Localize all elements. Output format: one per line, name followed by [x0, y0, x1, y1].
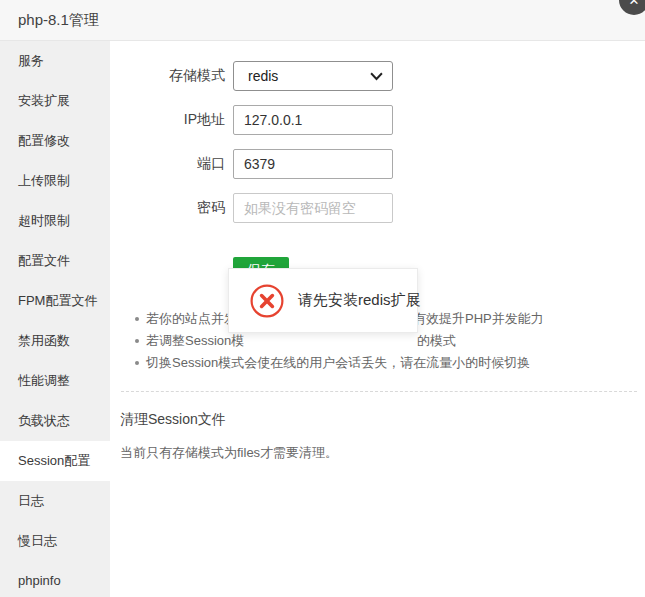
sidebar-item-phpinfo[interactable]: phpinfo: [0, 561, 110, 597]
sidebar-item-config-edit[interactable]: 配置修改: [0, 121, 110, 161]
note-text-right: 有效提升PHP并发能力: [413, 308, 544, 330]
ip-field[interactable]: [233, 105, 393, 135]
note-text-left: 若你的站点并发: [146, 311, 237, 326]
chevron-down-icon: [370, 72, 383, 81]
sidebar-item-install-extensions[interactable]: 安装扩展: [0, 81, 110, 121]
sidebar-item-disabled-functions[interactable]: 禁用函数: [0, 321, 110, 361]
port-label: 端口: [110, 155, 225, 173]
sidebar-item-load-status[interactable]: 负载状态: [0, 401, 110, 441]
error-toast-message: 请先安装redis扩展: [298, 291, 421, 310]
note-revert-mode: 若调整Session模 的模式: [110, 330, 645, 352]
close-icon: ✕: [629, 0, 640, 8]
storage-mode-label: 存储模式: [110, 67, 225, 85]
note-text-right: 的模式: [417, 330, 456, 352]
note-text-left: 若调整Session模: [146, 333, 244, 348]
sidebar-item-services[interactable]: 服务: [0, 41, 110, 81]
sidebar-item-slow-log[interactable]: 慢日志: [0, 521, 110, 561]
sidebar-item-timeout-limit[interactable]: 超时限制: [0, 201, 110, 241]
ip-row: IP地址: [110, 105, 645, 135]
password-field[interactable]: [233, 193, 393, 223]
note-text-left: 切换Session模式会使在线的用户会话丢失，请在流量小的时候切换: [146, 355, 530, 370]
dashed-divider: [121, 391, 637, 392]
port-row: 端口: [110, 149, 645, 179]
php-manager-window: php-8.1管理 ✕ 服务 安装扩展 配置修改 上传限制 超时限制 配置文件 …: [0, 0, 645, 597]
storage-mode-row: 存储模式 redis: [110, 61, 645, 91]
ip-label: IP地址: [110, 111, 225, 129]
sidebar-item-log[interactable]: 日志: [0, 481, 110, 521]
sidebar-item-fpm-config-file[interactable]: FPM配置文件: [0, 281, 110, 321]
cleanup-section-title: 清理Session文件: [120, 411, 645, 429]
cleanup-description: 当前只有存储模式为files才需要清理。: [120, 444, 645, 462]
sidebar-item-session-config[interactable]: Session配置: [0, 441, 110, 481]
sidebar-item-upload-limit[interactable]: 上传限制: [0, 161, 110, 201]
sidebar-item-config-file[interactable]: 配置文件: [0, 241, 110, 281]
error-toast: 请先安装redis扩展: [228, 268, 418, 333]
port-field[interactable]: [233, 149, 393, 179]
storage-mode-value: redis: [248, 68, 370, 84]
password-row: 密码: [110, 193, 645, 223]
error-circle-x-icon: [250, 284, 284, 318]
page-title: php-8.1管理: [18, 11, 99, 30]
storage-mode-select[interactable]: redis: [233, 61, 393, 91]
note-switch-warning: 切换Session模式会使在线的用户会话丢失，请在流量小的时候切换: [110, 352, 645, 374]
sidebar-item-performance-tuning[interactable]: 性能调整: [0, 361, 110, 401]
password-label: 密码: [110, 199, 225, 217]
window-header: php-8.1管理: [0, 0, 645, 41]
sidebar: 服务 安装扩展 配置修改 上传限制 超时限制 配置文件 FPM配置文件 禁用函数…: [0, 41, 110, 597]
